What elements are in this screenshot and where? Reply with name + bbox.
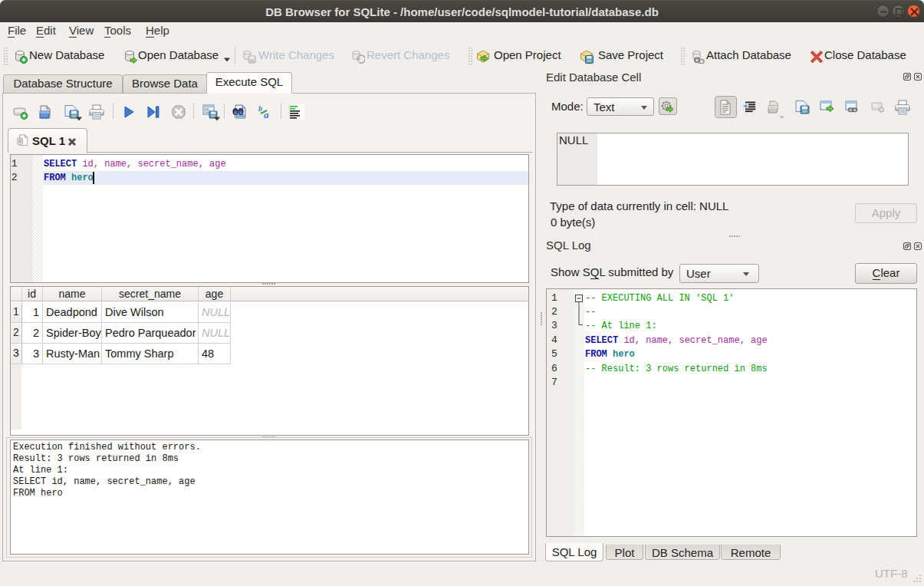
svg-text:b: b xyxy=(258,104,262,113)
